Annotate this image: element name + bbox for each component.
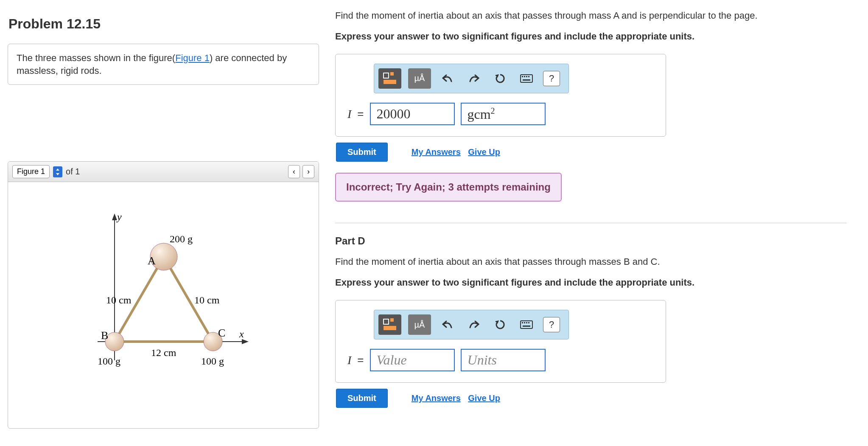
my-answers-link[interactable]: My Answers <box>412 147 461 157</box>
variable-label: I <box>347 353 351 367</box>
figure-prev-button[interactable]: ‹ <box>288 165 300 178</box>
undo-icon[interactable] <box>438 69 457 88</box>
partD-label: Part D <box>335 235 847 247</box>
redo-icon[interactable] <box>464 69 484 88</box>
submit-button[interactable]: Submit <box>336 143 388 162</box>
partD-links: My Answers Give Up <box>409 393 503 403</box>
partD-question: Find the moment of inertia about an axis… <box>335 255 847 269</box>
equals-label: = <box>357 353 364 367</box>
redo-icon[interactable] <box>464 315 484 334</box>
svg-rect-6 <box>390 72 394 76</box>
problem-intro: The three masses shown in the figure(Fig… <box>8 44 319 85</box>
axis-x-label: x <box>239 328 244 339</box>
svg-rect-15 <box>390 318 394 322</box>
svg-rect-19 <box>524 322 525 323</box>
label-C: C <box>218 327 225 339</box>
intro-text-pre: The three masses shown in the figure( <box>17 53 175 63</box>
partC-toolbar: µÅ ? <box>374 64 569 93</box>
svg-rect-20 <box>526 322 527 323</box>
svg-rect-21 <box>528 322 529 323</box>
reset-icon[interactable] <box>490 315 510 334</box>
partC-instruction: Express your answer to two significant f… <box>335 31 847 42</box>
label-A: A <box>148 255 156 267</box>
template-icon[interactable] <box>378 314 401 335</box>
figure-diagram: y x A B C 200 g 100 g 100 g <box>72 208 255 390</box>
my-answers-link[interactable]: My Answers <box>412 393 461 403</box>
help-button[interactable]: ? <box>543 317 560 332</box>
svg-rect-9 <box>522 76 523 77</box>
svg-rect-11 <box>526 76 527 77</box>
units-input[interactable]: gcm2 <box>461 103 546 126</box>
label-lenBC: 12 cm <box>151 347 176 358</box>
figure-panel: Figure 1 of 1 ‹ › y x <box>8 161 319 429</box>
give-up-link[interactable]: Give Up <box>468 147 500 157</box>
label-massB: 100 g <box>98 356 120 367</box>
value-input[interactable]: Value <box>370 349 455 371</box>
label-B: B <box>101 329 108 342</box>
give-up-link[interactable]: Give Up <box>468 393 500 403</box>
svg-rect-12 <box>528 76 529 77</box>
partC-question: Find the moment of inertia about an axis… <box>335 9 847 22</box>
svg-rect-10 <box>524 76 525 77</box>
value-input[interactable]: 20000 <box>370 103 455 125</box>
template-icon[interactable] <box>378 68 401 89</box>
figure-spinner-icon[interactable] <box>53 166 62 177</box>
label-lenAB: 10 cm <box>106 295 132 306</box>
reset-icon[interactable] <box>490 69 510 88</box>
partD-answer-box: µÅ ? I = Value Units <box>335 300 666 383</box>
variable-label: I <box>347 107 351 121</box>
feedback-message: Incorrect; Try Again; 3 attempts remaini… <box>335 173 562 202</box>
svg-rect-18 <box>522 322 523 323</box>
units-picker-icon[interactable]: µÅ <box>408 314 431 335</box>
units-picker-icon[interactable]: µÅ <box>408 68 431 89</box>
svg-rect-22 <box>523 325 530 327</box>
svg-rect-8 <box>521 75 532 82</box>
undo-icon[interactable] <box>438 315 457 334</box>
section-divider <box>335 223 847 223</box>
units-input[interactable]: Units <box>461 349 546 371</box>
figure-link[interactable]: Figure 1 <box>175 53 210 63</box>
svg-rect-5 <box>384 73 389 78</box>
figure-header: Figure 1 of 1 ‹ › <box>8 162 319 182</box>
svg-rect-16 <box>384 326 396 330</box>
help-button[interactable]: ? <box>543 71 560 86</box>
label-lenAC: 10 cm <box>194 295 220 306</box>
svg-rect-7 <box>384 80 396 84</box>
keyboard-icon[interactable] <box>517 315 536 334</box>
figure-body: y x A B C 200 g 100 g 100 g <box>8 182 319 428</box>
figure-count-label: of 1 <box>66 167 80 177</box>
problem-title: Problem 12.15 <box>4 4 322 44</box>
svg-rect-17 <box>521 321 532 328</box>
submit-button[interactable]: Submit <box>336 389 388 408</box>
figure-next-button[interactable]: › <box>302 165 314 178</box>
svg-rect-14 <box>384 319 389 324</box>
keyboard-icon[interactable] <box>517 69 536 88</box>
partC-links: My Answers Give Up <box>409 147 503 157</box>
partD-toolbar: µÅ ? <box>374 310 569 339</box>
equals-label: = <box>357 107 364 121</box>
axis-y-label: y <box>116 211 122 222</box>
label-massA: 200 g <box>170 233 193 244</box>
label-massC: 100 g <box>201 356 224 367</box>
partD-instruction: Express your answer to two significant f… <box>335 277 847 288</box>
figure-select-button[interactable]: Figure 1 <box>12 165 50 178</box>
partC-answer-box: µÅ ? I = 20000 gcm2 <box>335 54 666 137</box>
svg-rect-13 <box>523 79 530 81</box>
